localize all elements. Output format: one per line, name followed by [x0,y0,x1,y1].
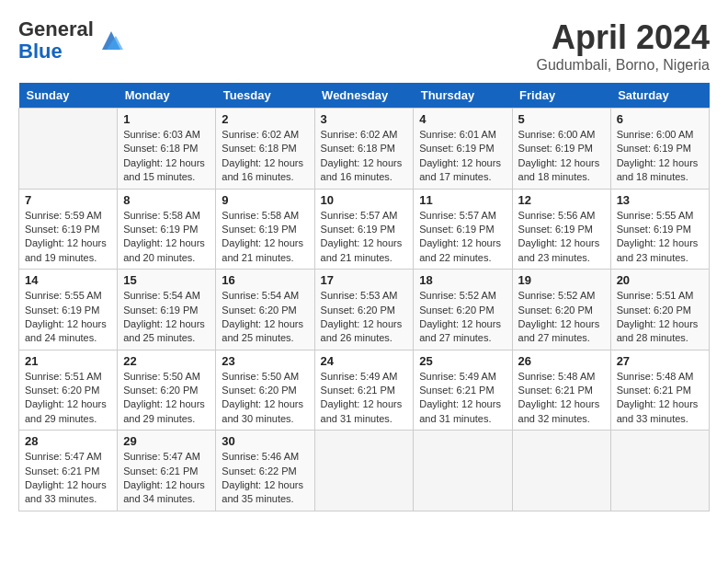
calendar-cell: 18Sunrise: 5:52 AMSunset: 6:20 PMDayligh… [414,270,512,350]
calendar-cell: 7Sunrise: 5:59 AMSunset: 6:19 PMDaylight… [19,189,118,270]
calendar-cell: 2Sunrise: 6:02 AMSunset: 6:18 PMDaylight… [216,109,314,190]
calendar-week-row: 14Sunrise: 5:55 AMSunset: 6:19 PMDayligh… [19,270,710,350]
day-number: 16 [222,273,308,287]
day-number: 12 [518,193,605,207]
calendar-cell [512,431,610,511]
calendar-cell: 26Sunrise: 5:48 AMSunset: 6:21 PMDayligh… [512,350,610,431]
page-header: General Blue April 2024 Gudumbali, Borno… [18,18,710,74]
day-number: 17 [321,273,408,287]
day-number: 20 [617,273,703,287]
weekday-header-row: SundayMondayTuesdayWednesdayThursdayFrid… [19,83,710,109]
day-info: Sunrise: 5:47 AMSunset: 6:21 PMDaylight:… [25,450,111,507]
day-info: Sunrise: 5:57 AMSunset: 6:19 PMDaylight:… [419,209,506,266]
calendar-cell [314,431,414,511]
weekday-header-tuesday: Tuesday [216,83,314,109]
calendar-cell: 17Sunrise: 5:53 AMSunset: 6:20 PMDayligh… [314,270,414,350]
day-info: Sunrise: 5:58 AMSunset: 6:19 PMDaylight:… [222,209,308,266]
calendar-cell: 22Sunrise: 5:50 AMSunset: 6:20 PMDayligh… [118,350,216,431]
day-number: 18 [419,273,506,287]
calendar-cell [19,109,118,190]
day-info: Sunrise: 5:49 AMSunset: 6:21 PMDaylight:… [321,370,408,427]
calendar-cell: 3Sunrise: 6:02 AMSunset: 6:18 PMDaylight… [314,109,414,190]
calendar-cell: 12Sunrise: 5:56 AMSunset: 6:19 PMDayligh… [512,189,610,270]
day-info: Sunrise: 6:00 AMSunset: 6:19 PMDaylight:… [617,128,703,185]
day-number: 28 [25,434,111,448]
calendar-cell: 16Sunrise: 5:54 AMSunset: 6:20 PMDayligh… [216,270,314,350]
day-info: Sunrise: 5:59 AMSunset: 6:19 PMDaylight:… [25,209,111,266]
day-number: 24 [321,354,408,368]
day-number: 9 [222,193,308,207]
day-number: 11 [419,193,506,207]
calendar-week-row: 21Sunrise: 5:51 AMSunset: 6:20 PMDayligh… [19,350,710,431]
calendar-cell: 8Sunrise: 5:58 AMSunset: 6:19 PMDaylight… [118,189,216,270]
day-number: 2 [222,112,308,126]
day-info: Sunrise: 5:46 AMSunset: 6:22 PMDaylight:… [222,450,308,507]
calendar-cell [414,431,512,511]
weekday-header-sunday: Sunday [19,83,118,109]
day-number: 25 [419,354,506,368]
calendar-cell: 20Sunrise: 5:51 AMSunset: 6:20 PMDayligh… [610,270,709,350]
day-info: Sunrise: 6:02 AMSunset: 6:18 PMDaylight:… [321,128,408,185]
calendar-week-row: 7Sunrise: 5:59 AMSunset: 6:19 PMDaylight… [19,189,710,270]
day-number: 29 [123,434,210,448]
calendar-cell: 19Sunrise: 5:52 AMSunset: 6:20 PMDayligh… [512,270,610,350]
day-info: Sunrise: 5:53 AMSunset: 6:20 PMDaylight:… [321,289,408,346]
calendar-cell: 9Sunrise: 5:58 AMSunset: 6:19 PMDaylight… [216,189,314,270]
day-number: 22 [123,354,210,368]
calendar-cell: 25Sunrise: 5:49 AMSunset: 6:21 PMDayligh… [414,350,512,431]
day-info: Sunrise: 6:01 AMSunset: 6:19 PMDaylight:… [419,128,506,185]
title-block: April 2024 Gudumbali, Borno, Nigeria [536,18,710,74]
weekday-header-thursday: Thursday [414,83,512,109]
day-number: 27 [617,354,703,368]
calendar-cell: 14Sunrise: 5:55 AMSunset: 6:19 PMDayligh… [19,270,118,350]
day-info: Sunrise: 5:57 AMSunset: 6:19 PMDaylight:… [321,209,408,266]
day-info: Sunrise: 5:54 AMSunset: 6:19 PMDaylight:… [123,289,210,346]
calendar-cell: 27Sunrise: 5:48 AMSunset: 6:21 PMDayligh… [610,350,709,431]
day-info: Sunrise: 6:02 AMSunset: 6:18 PMDaylight:… [222,128,308,185]
calendar-cell: 23Sunrise: 5:50 AMSunset: 6:20 PMDayligh… [216,350,314,431]
calendar-week-row: 1Sunrise: 6:03 AMSunset: 6:18 PMDaylight… [19,109,710,190]
day-info: Sunrise: 6:00 AMSunset: 6:19 PMDaylight:… [518,128,605,185]
calendar-cell: 29Sunrise: 5:47 AMSunset: 6:21 PMDayligh… [118,431,216,511]
calendar-cell: 28Sunrise: 5:47 AMSunset: 6:21 PMDayligh… [19,431,118,511]
day-info: Sunrise: 5:56 AMSunset: 6:19 PMDaylight:… [518,209,605,266]
day-number: 13 [617,193,703,207]
day-info: Sunrise: 5:58 AMSunset: 6:19 PMDaylight:… [123,209,210,266]
day-number: 30 [222,434,308,448]
day-info: Sunrise: 5:54 AMSunset: 6:20 PMDaylight:… [222,289,308,346]
day-info: Sunrise: 5:52 AMSunset: 6:20 PMDaylight:… [518,289,605,346]
calendar-cell: 15Sunrise: 5:54 AMSunset: 6:19 PMDayligh… [118,270,216,350]
logo-general: General [18,17,94,40]
day-info: Sunrise: 5:51 AMSunset: 6:20 PMDaylight:… [617,289,703,346]
calendar-cell: 4Sunrise: 6:01 AMSunset: 6:19 PMDaylight… [414,109,512,190]
day-number: 15 [123,273,210,287]
location: Gudumbali, Borno, Nigeria [536,57,710,74]
day-number: 14 [25,273,111,287]
day-info: Sunrise: 5:47 AMSunset: 6:21 PMDaylight:… [123,450,210,507]
day-number: 3 [321,112,408,126]
day-info: Sunrise: 6:03 AMSunset: 6:18 PMDaylight:… [123,128,210,185]
calendar-cell [610,431,709,511]
day-info: Sunrise: 5:48 AMSunset: 6:21 PMDaylight:… [617,370,703,427]
day-number: 7 [25,193,111,207]
day-number: 6 [617,112,703,126]
logo: General Blue [18,18,125,63]
weekday-header-wednesday: Wednesday [314,83,414,109]
weekday-header-saturday: Saturday [610,83,709,109]
logo-icon [97,27,125,54]
day-number: 8 [123,193,210,207]
month-title: April 2024 [536,18,710,57]
weekday-header-monday: Monday [118,83,216,109]
calendar-cell: 24Sunrise: 5:49 AMSunset: 6:21 PMDayligh… [314,350,414,431]
calendar-cell: 1Sunrise: 6:03 AMSunset: 6:18 PMDaylight… [118,109,216,190]
logo-blue: Blue [18,40,63,63]
day-info: Sunrise: 5:50 AMSunset: 6:20 PMDaylight:… [222,370,308,427]
day-info: Sunrise: 5:50 AMSunset: 6:20 PMDaylight:… [123,370,210,427]
calendar-cell: 30Sunrise: 5:46 AMSunset: 6:22 PMDayligh… [216,431,314,511]
day-info: Sunrise: 5:55 AMSunset: 6:19 PMDaylight:… [25,289,111,346]
calendar-cell: 10Sunrise: 5:57 AMSunset: 6:19 PMDayligh… [314,189,414,270]
day-number: 19 [518,273,605,287]
day-info: Sunrise: 5:49 AMSunset: 6:21 PMDaylight:… [419,370,506,427]
day-info: Sunrise: 5:55 AMSunset: 6:19 PMDaylight:… [617,209,703,266]
day-number: 23 [222,354,308,368]
